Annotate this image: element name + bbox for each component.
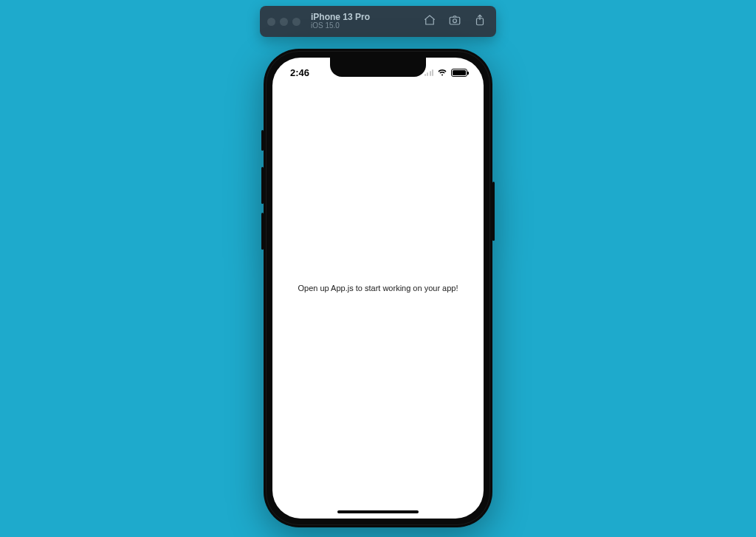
toolbar-actions <box>422 14 487 29</box>
home-indicator[interactable] <box>337 510 419 513</box>
volume-down-button[interactable] <box>261 213 264 250</box>
simulator-toolbar: iPhone 13 Pro iOS 15.0 <box>260 6 496 37</box>
share-button[interactable] <box>472 14 487 29</box>
battery-icon <box>451 69 467 77</box>
device-os-label: iOS 15.0 <box>311 22 370 30</box>
status-time: 2:46 <box>290 67 309 78</box>
volume-up-button[interactable] <box>261 167 264 204</box>
mute-switch[interactable] <box>261 130 264 151</box>
starter-message: Open up App.js to start working on your … <box>298 284 458 293</box>
power-button[interactable] <box>492 182 495 241</box>
status-indicators <box>425 66 468 79</box>
app-content: Open up App.js to start working on your … <box>272 58 484 519</box>
cellular-signal-icon <box>425 69 434 76</box>
zoom-dot[interactable] <box>292 18 300 26</box>
phone-screen: 2:46 Open up App.js to start working on … <box>272 58 484 519</box>
screenshot-button[interactable] <box>447 14 462 29</box>
close-dot[interactable] <box>267 18 275 26</box>
svg-point-1 <box>453 19 457 23</box>
device-info: iPhone 13 Pro iOS 15.0 <box>311 13 370 30</box>
home-button[interactable] <box>422 14 437 29</box>
svg-rect-0 <box>450 17 460 24</box>
camera-icon <box>448 13 461 30</box>
phone-notch <box>330 58 426 77</box>
minimize-dot[interactable] <box>280 18 288 26</box>
window-traffic-lights <box>267 18 300 26</box>
share-icon <box>473 13 487 30</box>
wifi-icon <box>437 66 447 79</box>
home-icon <box>423 13 436 30</box>
phone-frame: 2:46 Open up App.js to start working on … <box>264 49 492 527</box>
